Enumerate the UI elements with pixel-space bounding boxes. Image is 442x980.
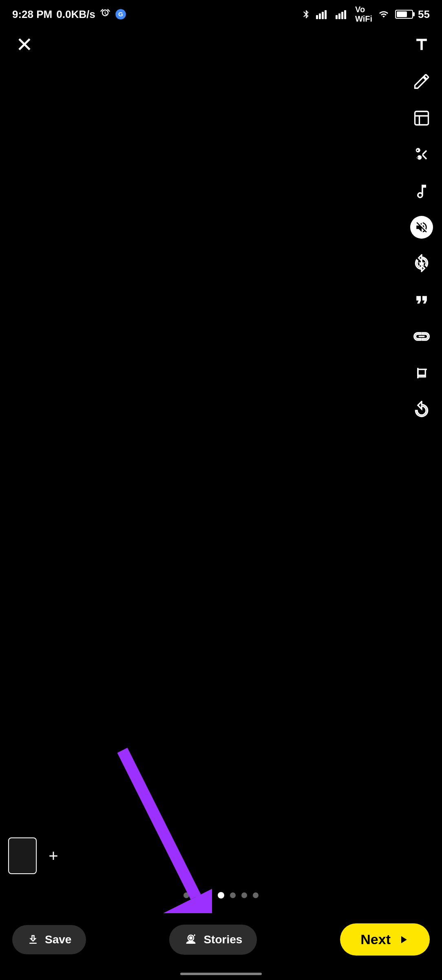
add-slide-button[interactable]: + xyxy=(43,846,64,866)
svg-rect-5 xyxy=(325,10,327,19)
vo-wifi-label: VoWiFi xyxy=(355,5,372,24)
pen-tool-button[interactable] xyxy=(409,69,434,94)
right-toolbar xyxy=(409,33,434,422)
stories-button[interactable]: Stories xyxy=(169,925,257,955)
stories-label: Stories xyxy=(203,933,242,946)
svg-rect-3 xyxy=(319,13,321,19)
alarm-icon xyxy=(99,9,111,20)
save-icon xyxy=(27,934,39,946)
network-speed: 0.0KB/s xyxy=(56,8,95,21)
scissors-tool-button[interactable] xyxy=(409,143,434,167)
svg-line-14 xyxy=(122,750,196,897)
bluetooth-icon xyxy=(301,9,311,19)
link-tool-button[interactable] xyxy=(409,324,434,349)
signal-icon-2 xyxy=(336,9,350,19)
status-right: VoWiFi 55 xyxy=(301,5,430,24)
mute-tool-button[interactable] xyxy=(410,216,433,239)
svg-text:G: G xyxy=(118,11,123,18)
slide-strip: + xyxy=(0,837,442,874)
dot-7[interactable] xyxy=(253,892,259,898)
close-button[interactable]: ✕ xyxy=(12,33,37,57)
google-icon: G xyxy=(115,9,126,20)
next-arrow-icon xyxy=(397,934,409,946)
stories-icon xyxy=(184,933,198,947)
dot-6[interactable] xyxy=(241,892,247,898)
rewind-tool-button[interactable] xyxy=(409,398,434,422)
save-label: Save xyxy=(45,933,71,946)
svg-rect-6 xyxy=(336,15,338,19)
svg-rect-7 xyxy=(338,13,340,19)
text-tool-button[interactable] xyxy=(409,33,434,57)
signal-icon xyxy=(316,9,331,19)
next-button[interactable]: Next xyxy=(340,923,430,956)
music-tool-button[interactable] xyxy=(409,179,434,204)
dot-5[interactable] xyxy=(230,892,236,898)
svg-rect-8 xyxy=(341,12,343,19)
svg-rect-4 xyxy=(322,12,324,19)
svg-rect-10 xyxy=(415,112,429,125)
purple-arrow-annotation xyxy=(82,742,212,915)
battery-icon xyxy=(395,10,413,19)
bottom-bar: Save Stories Next xyxy=(0,923,442,956)
sticker-tool-button[interactable] xyxy=(409,106,434,130)
slide-thumbnail[interactable] xyxy=(8,837,37,874)
svg-rect-9 xyxy=(344,10,346,19)
dot-4[interactable] xyxy=(218,892,224,899)
crop-tool-button[interactable] xyxy=(409,361,434,385)
next-label: Next xyxy=(360,932,391,947)
time-display: 9:28 PM xyxy=(12,8,52,21)
svg-rect-2 xyxy=(316,15,318,19)
wifi-icon xyxy=(377,9,390,19)
battery-level: 55 xyxy=(418,8,430,21)
svg-point-16 xyxy=(189,936,193,940)
home-indicator xyxy=(180,973,262,975)
ai-tool-button[interactable] xyxy=(409,251,434,275)
status-bar: 9:28 PM 0.0KB/s G xyxy=(0,0,442,29)
save-button[interactable]: Save xyxy=(12,925,86,954)
quote-tool-button[interactable] xyxy=(409,288,434,312)
status-left: 9:28 PM 0.0KB/s G xyxy=(12,8,126,21)
